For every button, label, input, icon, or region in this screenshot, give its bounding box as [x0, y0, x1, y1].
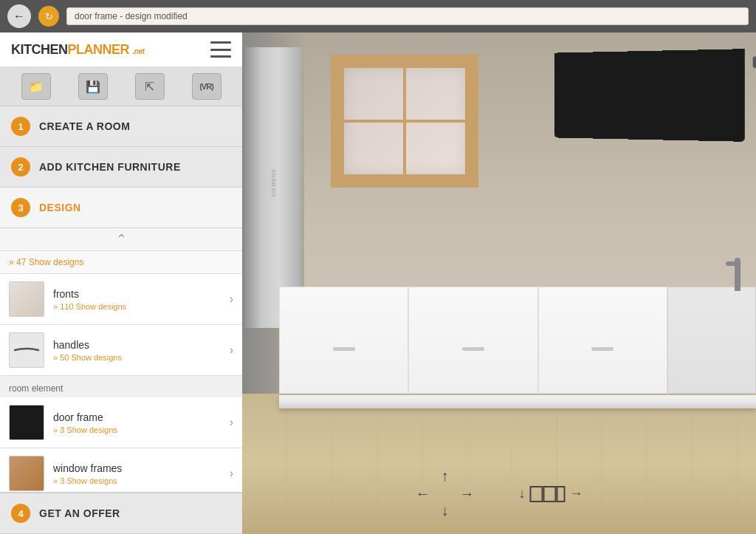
- floorplan-icon[interactable]: [529, 481, 566, 507]
- design-panel: ⌃ » 47 Show designs fronts » 110 Show de…: [0, 228, 242, 492]
- back-button[interactable]: ←: [7, 4, 31, 28]
- fronts-item[interactable]: fronts » 110 Show designs ›: [0, 274, 242, 325]
- step2-header[interactable]: 2 ADD KITCHEN FURNITURE: [0, 147, 242, 188]
- partial-designs-text: » 47 Show designs: [9, 257, 83, 267]
- logo: KITCHENPLANNER .net: [11, 42, 144, 58]
- step4-number: 4: [11, 504, 30, 523]
- handles-thumb: [9, 332, 44, 368]
- step1-label: CREATE A ROOM: [39, 120, 130, 132]
- cabinet-1: [279, 287, 408, 394]
- window-frames-info-1: window frames » 3 Show designs: [53, 462, 230, 485]
- window-frame-3d: [331, 55, 478, 188]
- view-3d-icons: [529, 481, 566, 507]
- step1-number: 1: [11, 117, 30, 136]
- fronts-thumb: [9, 281, 44, 317]
- room-element-label: room element: [0, 376, 242, 397]
- door-frame-chevron: ›: [230, 416, 233, 429]
- fronts-name: fronts: [53, 288, 230, 300]
- arrow-right[interactable]: →: [460, 485, 475, 502]
- window-frames-thumb-img-1: [10, 456, 44, 490]
- expand-button[interactable]: ⇱: [135, 73, 165, 100]
- svg-rect-2: [557, 487, 565, 502]
- window-frames-chevron-1: ›: [230, 467, 233, 480]
- fronts-thumb-img: [10, 282, 44, 316]
- step4-label: GET AN OFFER: [39, 507, 120, 519]
- door-frame-thumb-img: [10, 405, 44, 439]
- svg-rect-0: [531, 487, 543, 502]
- counter-3d: [279, 395, 756, 408]
- step4-header[interactable]: 4 GET AN OFFER: [0, 492, 242, 534]
- logo-text: KITCHENPLANNER .net: [11, 42, 144, 57]
- window-frames-thumb-1: [9, 456, 44, 491]
- range-hood-3d: [554, 49, 745, 142]
- step3-label: DESIGN: [39, 202, 81, 213]
- door-frame-name: door frame: [53, 411, 230, 423]
- nav-controls: ↑ ↓ ← → ↓ →: [416, 468, 583, 519]
- door-frame-thumb: [9, 405, 44, 440]
- menu-icon[interactable]: [210, 41, 231, 58]
- door-frame-sub: » 3 Show designs: [53, 425, 230, 434]
- history-icon: ↻: [38, 6, 59, 27]
- arrow-down[interactable]: ↓: [441, 502, 449, 519]
- scroll-top-indicator: ⌃: [0, 228, 242, 251]
- logo-area: KITCHENPLANNER .net: [0, 32, 242, 67]
- handles-chevron: ›: [230, 343, 233, 357]
- cabinet-3: [538, 287, 667, 394]
- door-frame-item[interactable]: door frame » 3 Show designs ›: [0, 397, 242, 448]
- step2-number: 2: [11, 157, 30, 177]
- fronts-info: fronts » 110 Show designs: [53, 288, 230, 311]
- door-frame-info: door frame » 3 Show designs: [53, 411, 230, 434]
- arrow-up[interactable]: ↑: [441, 468, 449, 485]
- view-right-icon[interactable]: →: [570, 486, 583, 502]
- sidebar: KITCHENPLANNER .net 📁 💾 ⇱ (VR) 1 CREATE …: [0, 32, 242, 534]
- svg-rect-1: [544, 487, 556, 502]
- window-frames-name-1: window frames: [53, 462, 230, 474]
- save-button[interactable]: 💾: [78, 73, 108, 100]
- step3-number: 3: [11, 198, 30, 217]
- arrow-cluster: ↑ ↓ ← →: [416, 468, 475, 519]
- sink-area-3d: [667, 287, 756, 394]
- top-bar: ← ↻ door frame - design modified: [0, 0, 756, 32]
- vr-button[interactable]: (VR): [192, 73, 221, 100]
- window-frames-sub-1: » 3 Show designs: [53, 476, 230, 485]
- view-down-icon[interactable]: ↓: [519, 486, 526, 502]
- faucet-3d: [735, 258, 740, 291]
- fronts-chevron: ›: [230, 292, 233, 306]
- fronts-sub: » 110 Show designs: [53, 302, 230, 311]
- toolbar: 📁 💾 ⇱ (VR): [0, 67, 242, 106]
- logo-highlight: PLANNER: [68, 42, 130, 57]
- canvas-area[interactable]: ↑ ↓ ← → ↓ →: [242, 32, 756, 534]
- logo-net: .net: [133, 47, 145, 55]
- view-controls: ↓ →: [519, 481, 583, 507]
- kitchen-scene: ↑ ↓ ← → ↓ →: [242, 32, 756, 534]
- handles-name: handles: [53, 339, 230, 351]
- handles-sub: » 50 Show designs: [53, 353, 230, 362]
- handles-thumb-img: [10, 333, 44, 367]
- status-bar: door frame - design modified: [66, 7, 749, 25]
- arrow-left[interactable]: ←: [416, 485, 430, 502]
- handles-info: handles » 50 Show designs: [53, 339, 230, 362]
- main-container: KITCHENPLANNER .net 📁 💾 ⇱ (VR) 1 CREATE …: [0, 32, 756, 534]
- handle-svg: [13, 346, 40, 355]
- handles-item[interactable]: handles » 50 Show designs ›: [0, 325, 242, 376]
- step3-header[interactable]: 3 DESIGN: [0, 188, 242, 228]
- window-frames-item-1[interactable]: window frames » 3 Show designs ›: [0, 448, 242, 492]
- cabinet-2: [408, 287, 537, 394]
- folder-button[interactable]: 📁: [21, 73, 51, 100]
- step2-label: ADD KITCHEN FURNITURE: [39, 161, 181, 173]
- step1-header[interactable]: 1 CREATE A ROOM: [0, 106, 242, 147]
- partial-designs-item[interactable]: » 47 Show designs: [0, 251, 242, 274]
